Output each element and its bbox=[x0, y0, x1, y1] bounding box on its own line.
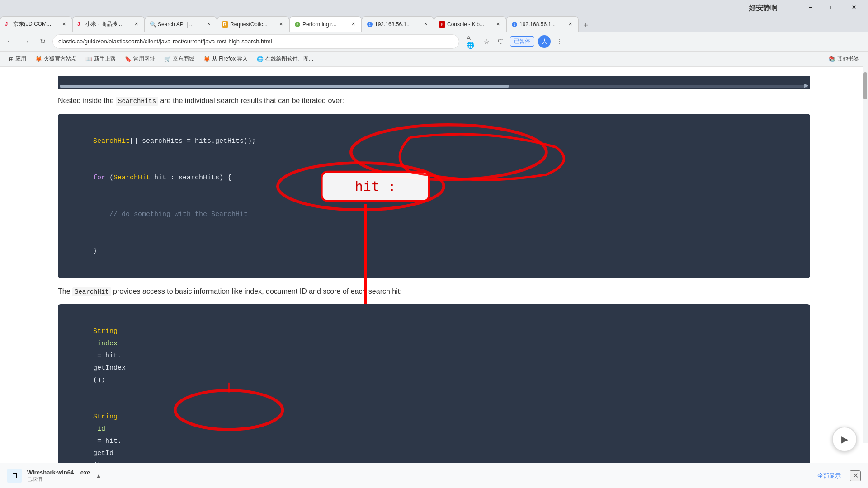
page-content: ▶ Nested inside the SearchHits are the i… bbox=[0, 67, 868, 488]
tab-label-xiaomi: 小米 - 商品搜... bbox=[85, 20, 122, 28]
minimize-button[interactable]: – bbox=[800, 0, 821, 14]
intro-text: Nested inside the bbox=[58, 97, 114, 104]
tab-close-ip2[interactable]: ✕ bbox=[566, 21, 574, 28]
tab-close-xiaomi[interactable]: ✕ bbox=[132, 21, 140, 28]
top-watermark: 好安静啊 bbox=[749, 4, 778, 13]
bookmarks-bar: ⊞ 应用 🦊 火狐官方站点 📖 新手上路 🔖 常用网址 🛒 京东商城 🦊 从 F… bbox=[0, 52, 868, 67]
new-tab-button[interactable]: + bbox=[579, 19, 593, 32]
bookmark-firefox-import[interactable]: 🦊 从 Firefox 导入 bbox=[200, 54, 251, 64]
video-button[interactable]: ▶ bbox=[832, 427, 857, 452]
searchhit-inline-code: SearchHit bbox=[72, 287, 111, 296]
tab-favicon-jd: J bbox=[5, 21, 11, 28]
download-status: 已取消 bbox=[27, 476, 90, 483]
download-close-button[interactable]: ✕ bbox=[850, 470, 861, 481]
code-line-3: // do something with the SearchHit bbox=[69, 196, 799, 233]
tab-favicon-kibana: K bbox=[439, 21, 445, 28]
bookmark-draw[interactable]: 🌐 在线绘图软件、图... bbox=[253, 54, 317, 64]
kw-index-var: index bbox=[93, 340, 118, 347]
maximize-button[interactable]: □ bbox=[822, 0, 843, 14]
bookmark-others[interactable]: 📚 其他书签 bbox=[825, 54, 863, 64]
bookmark-firefox-icon: 🦊 bbox=[35, 56, 42, 62]
shield-icon[interactable]: 🛡 bbox=[495, 36, 506, 47]
translate-icon[interactable]: A🌐 bbox=[467, 36, 477, 47]
reload-button[interactable]: ↻ bbox=[36, 35, 49, 48]
tab-favicon-performing: P bbox=[294, 21, 301, 28]
close-button[interactable]: ✕ bbox=[844, 0, 864, 14]
searchhits-code: SearchHits bbox=[116, 97, 158, 106]
bookmark-apps[interactable]: ⊞ 应用 bbox=[5, 54, 30, 64]
intro-rest: are the individual search results that c… bbox=[160, 97, 344, 104]
download-chevron-icon[interactable]: ▲ bbox=[95, 472, 102, 479]
bookmark-icon[interactable]: ☆ bbox=[481, 36, 492, 47]
forward-button[interactable]: → bbox=[20, 35, 33, 48]
tab-favicon-xiaomi: J bbox=[77, 21, 84, 28]
tab-close-searchapi[interactable]: ✕ bbox=[205, 21, 212, 28]
tab-label-ip2: 192.168.56.1... bbox=[519, 21, 556, 28]
tab-xiaomi[interactable]: J 小米 - 商品搜... ✕ bbox=[72, 16, 145, 32]
tab-close-performing[interactable]: ✕ bbox=[349, 21, 357, 28]
paused-button[interactable]: 已暂停 bbox=[510, 36, 534, 47]
tab-close-jd[interactable]: ✕ bbox=[60, 21, 67, 28]
bookmark-common-icon: 🔖 bbox=[125, 56, 132, 62]
back-button[interactable]: ← bbox=[4, 35, 16, 48]
window-controls: – □ ✕ bbox=[800, 0, 864, 14]
bookmark-apps-label: 应用 bbox=[15, 55, 26, 63]
bookmark-newbie-icon: 📖 bbox=[85, 56, 92, 62]
tab-ip2[interactable]: 1 192.168.56.1... ✕ bbox=[506, 16, 579, 32]
tab-label-searchapi: Search API | ... bbox=[158, 21, 194, 28]
address-box[interactable]: elastic.co/guide/en/elasticsearch/client… bbox=[52, 34, 459, 49]
tab-performing[interactable]: P Performing r... ✕ bbox=[289, 16, 362, 32]
code-line-5: String index = hit. getIndex (); bbox=[69, 313, 799, 399]
bookmark-jd-icon: 🛒 bbox=[164, 56, 171, 62]
tab-close-requestoptic[interactable]: ✕ bbox=[277, 21, 284, 28]
bookmark-firefox-import-label: 从 Firefox 导入 bbox=[212, 55, 248, 63]
middle-paragraph: The SearchHit provides access to basic i… bbox=[58, 286, 810, 297]
bookmark-jd[interactable]: 🛒 京东商城 bbox=[160, 54, 198, 64]
kw-comment: // do something with the SearchHit bbox=[93, 211, 248, 218]
middle-text-1: The bbox=[58, 287, 71, 295]
scroll-arrow-right: ▶ bbox=[804, 82, 808, 89]
tab-close-ip1[interactable]: ✕ bbox=[422, 21, 429, 28]
bookmark-firefox[interactable]: 🦊 火狐官方站点 bbox=[32, 54, 80, 64]
menu-icon[interactable]: ⋮ bbox=[554, 36, 565, 47]
wireshark-icon: 🖥 bbox=[11, 472, 18, 480]
address-bar-row: ← → ↻ elastic.co/guide/en/elasticsearch/… bbox=[0, 32, 868, 52]
bookmark-common-label: 常用网址 bbox=[133, 55, 155, 63]
tabs-bar: J 京东(JD.COM... ✕ J 小米 - 商品搜... ✕ 🔍 Searc… bbox=[0, 14, 868, 32]
tab-label-jd: 京东(JD.COM... bbox=[13, 20, 51, 28]
play-icon: ▶ bbox=[841, 434, 848, 445]
bookmark-apps-icon: ⊞ bbox=[9, 56, 14, 62]
page-scroll-thumb[interactable] bbox=[863, 72, 867, 99]
code-block-1: SearchHit[] searchHits = hits.getHits();… bbox=[58, 114, 810, 278]
tab-close-kibana[interactable]: ✕ bbox=[494, 21, 501, 28]
bookmark-draw-icon: 🌐 bbox=[257, 56, 264, 62]
title-bar: 好安静啊 – □ ✕ bbox=[0, 0, 868, 14]
tab-favicon-ip2: 1 bbox=[511, 21, 518, 28]
scroll-thumb bbox=[60, 85, 509, 88]
tab-ip1[interactable]: 1 192.168.56.1... ✕ bbox=[362, 16, 434, 32]
kw-string1: String bbox=[93, 328, 118, 335]
tab-jd[interactable]: J 京东(JD.COM... ✕ bbox=[0, 16, 72, 32]
tab-requestoptic[interactable]: R RequestOptic... ✕ bbox=[217, 16, 289, 32]
tab-favicon-ip1: 1 bbox=[367, 21, 373, 28]
bookmark-firefox-label: 火狐官方站点 bbox=[44, 55, 76, 63]
page-scrollbar[interactable] bbox=[863, 54, 868, 443]
tab-label-requestoptic: RequestOptic... bbox=[230, 21, 268, 28]
scroll-track bbox=[60, 85, 808, 88]
middle-text-2: provides access to basic information lik… bbox=[113, 287, 402, 295]
bookmark-newbie[interactable]: 📖 新手上路 bbox=[82, 54, 119, 64]
tab-kibana[interactable]: K Console - Kib... ✕ bbox=[434, 16, 506, 32]
address-icons: A🌐 ☆ 🛡 已暂停 人 ⋮ bbox=[467, 35, 565, 48]
download-info: Wireshark-win64....exe 已取消 bbox=[27, 469, 90, 483]
tab-searchapi[interactable]: 🔍 Search API | ... ✕ bbox=[145, 16, 217, 32]
profile-button[interactable]: 人 bbox=[538, 35, 551, 48]
kw-searchhit-type2: SearchHit bbox=[113, 174, 150, 182]
tab-label-performing: Performing r... bbox=[302, 21, 336, 28]
download-filename: Wireshark-win64....exe bbox=[27, 469, 90, 476]
kw-for: for bbox=[93, 174, 105, 182]
scrollbar-area[interactable]: ▶ bbox=[58, 76, 810, 89]
intro-paragraph: Nested inside the SearchHits are the ind… bbox=[58, 95, 810, 107]
bookmark-common[interactable]: 🔖 常用网址 bbox=[121, 54, 159, 64]
show-all-button[interactable]: 全部显示 bbox=[814, 470, 844, 482]
svg-text:1: 1 bbox=[369, 23, 371, 26]
